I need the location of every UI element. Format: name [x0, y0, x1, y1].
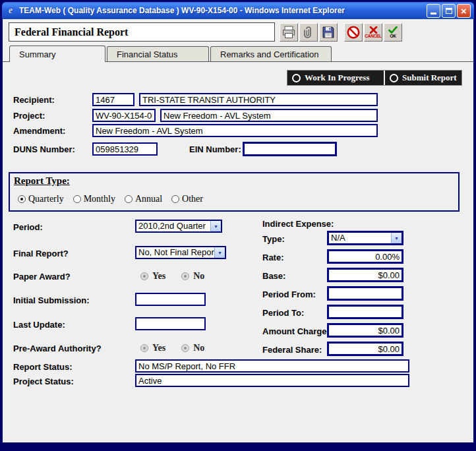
project-status-label: Project Status:	[13, 375, 74, 388]
project-name-input[interactable]	[160, 109, 378, 122]
pre-award-yes-label: Yes	[152, 343, 165, 353]
recipient-name-input[interactable]	[139, 93, 378, 106]
federal-share-input[interactable]	[327, 342, 403, 356]
title-bar[interactable]: e TEAM-Web ( Quality Assurance Database …	[2, 2, 474, 19]
report-type-monthly-option[interactable]: Monthly	[73, 194, 115, 204]
final-report-dropdown-arrow-icon[interactable]: ▼	[214, 247, 225, 258]
quarterly-radio[interactable]	[18, 195, 26, 203]
ok-check-icon	[388, 26, 398, 34]
tab-summary-label: Summary	[19, 49, 56, 59]
federal-share-label: Federal Share:	[262, 344, 322, 357]
report-type-other-option[interactable]: Other	[171, 194, 203, 204]
report-type-options: Quarterly Monthly Annual Other	[18, 194, 203, 204]
period-label: Period:	[13, 221, 43, 234]
paper-award-yes-label: Yes	[152, 271, 165, 282]
amendment-input[interactable]	[92, 124, 378, 137]
paper-award-options: Yes No	[140, 271, 204, 282]
final-report-label: Final Report?	[13, 247, 69, 260]
report-status-input[interactable]	[135, 359, 409, 373]
last-update-input[interactable]	[135, 317, 206, 330]
project-label: Project:	[13, 109, 45, 123]
ein-number-label: EIN Number:	[189, 143, 241, 156]
final-report-dropdown[interactable]: No, Not Final Report ▼	[135, 246, 226, 259]
pre-award-yes-radio	[140, 344, 148, 352]
initial-submission-label: Initial Submission:	[13, 294, 90, 307]
rate-input[interactable]	[327, 249, 403, 264]
minimize-icon	[431, 13, 436, 15]
paper-award-label: Paper Award?	[13, 270, 71, 284]
quarterly-label: Quarterly	[28, 194, 64, 204]
work-in-progress-option[interactable]: Work In Progress	[287, 71, 384, 85]
work-in-progress-label: Work In Progress	[305, 73, 369, 83]
period-to-input[interactable]	[327, 305, 403, 319]
project-id-input[interactable]	[92, 109, 156, 122]
period-to-label: Period To:	[262, 307, 304, 320]
recipient-label: Recipient:	[13, 94, 55, 107]
maximize-button[interactable]	[442, 4, 456, 18]
report-type-label: Report Type:	[14, 175, 70, 187]
amount-charged-input[interactable]	[327, 323, 403, 338]
submit-report-option[interactable]: Submit Report	[385, 71, 461, 85]
tab-remarks-certification[interactable]: Remarks and Certification	[210, 46, 332, 61]
pre-award-authority-options: Yes No	[140, 343, 204, 353]
ok-button-label: OK	[390, 34, 396, 38]
indirect-type-dropdown-arrow-icon[interactable]: ▼	[391, 233, 402, 243]
minimize-button[interactable]	[427, 4, 440, 18]
save-icon	[322, 26, 335, 39]
submit-report-radio[interactable]	[390, 74, 398, 82]
tab-remarks-certification-label: Remarks and Certification	[220, 49, 319, 59]
pre-award-no-radio	[181, 344, 189, 352]
period-dropdown[interactable]: 2010,2nd Quarter ▼	[135, 220, 222, 233]
report-type-group: Report Type: Quarterly Monthly Annual Ot…	[9, 172, 460, 212]
project-status-input[interactable]	[135, 374, 409, 387]
ein-number-input[interactable]	[243, 142, 337, 156]
pre-award-no-label: No	[193, 343, 204, 353]
report-state-toggle: Work In Progress Submit Report	[287, 70, 462, 86]
base-input[interactable]	[327, 268, 403, 282]
tab-financial-status[interactable]: Financial Status	[107, 46, 209, 61]
period-value: 2010,2nd Quarter	[136, 221, 210, 231]
window-title: TEAM-Web ( Quality Assurance Database ) …	[19, 6, 423, 15]
attachment-button[interactable]	[299, 23, 318, 42]
amount-charged-label: Amount Charged:	[262, 325, 335, 338]
duns-number-input[interactable]	[92, 142, 158, 156]
window-controls: ×	[427, 4, 471, 18]
indirect-type-value: N/A	[329, 233, 391, 243]
other-radio[interactable]	[171, 195, 179, 203]
tab-summary[interactable]: Summary	[9, 45, 105, 62]
annual-label: Annual	[135, 194, 162, 204]
print-button[interactable]	[280, 23, 298, 42]
work-in-progress-radio[interactable]	[292, 74, 301, 82]
monthly-radio[interactable]	[73, 195, 81, 203]
report-type-quarterly-option[interactable]: Quarterly	[18, 194, 64, 204]
indirect-type-dropdown[interactable]: N/A ▼	[327, 231, 403, 245]
maximize-icon	[446, 8, 452, 14]
period-dropdown-arrow-icon[interactable]: ▼	[210, 221, 221, 231]
rate-label: Rate:	[262, 251, 284, 264]
paper-award-yes-radio	[140, 272, 148, 280]
other-label: Other	[182, 194, 203, 204]
paper-award-no-radio	[181, 272, 189, 280]
no-entry-icon	[346, 25, 361, 40]
pre-award-authority-label: Pre-Award Authority?	[13, 342, 102, 355]
report-status-label: Report Status:	[13, 361, 73, 374]
save-button[interactable]	[319, 23, 338, 42]
printer-icon	[282, 26, 296, 39]
tab-financial-status-label: Financial Status	[117, 49, 178, 59]
close-button[interactable]: ×	[457, 4, 471, 18]
cancel-button-label: CANCEL	[365, 34, 381, 38]
submit-report-label: Submit Report	[402, 73, 457, 83]
close-icon: ×	[461, 6, 467, 16]
report-type-annual-option[interactable]: Annual	[125, 194, 162, 204]
duns-number-label: DUNS Number:	[13, 143, 75, 156]
initial-submission-input[interactable]	[135, 293, 206, 306]
delete-button[interactable]	[344, 23, 363, 42]
cancel-x-icon	[369, 26, 378, 34]
ok-button[interactable]: OK	[384, 23, 402, 42]
annual-radio[interactable]	[125, 195, 133, 203]
period-from-input[interactable]	[327, 286, 403, 301]
recipient-id-input[interactable]	[92, 93, 134, 106]
amendment-label: Amendment:	[13, 125, 65, 138]
cancel-button[interactable]: CANCEL	[364, 23, 382, 42]
internet-explorer-icon: e	[5, 5, 16, 16]
